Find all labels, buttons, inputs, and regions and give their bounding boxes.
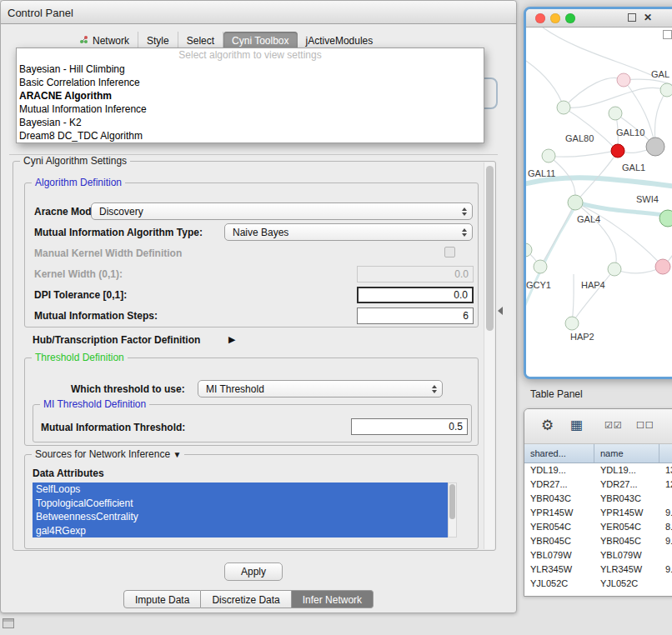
- algorithm-option-mutual-information-inference[interactable]: Mutual Information Inference: [17, 102, 484, 116]
- close-traffic-light[interactable]: [535, 13, 545, 23]
- network-node[interactable]: [660, 83, 672, 97]
- expand-arrow-icon[interactable]: ▶: [228, 334, 235, 345]
- network-node[interactable]: [659, 210, 672, 227]
- table-body: YDL19...YDL19...13YDR27...YDR27...12YBR0…: [524, 463, 672, 596]
- algorithm-option-basic-correlation-inference[interactable]: Basic Correlation Inference: [17, 76, 484, 89]
- gear-icon[interactable]: ⚙: [541, 417, 554, 434]
- network-node[interactable]: [609, 107, 622, 120]
- algorithm-option-dream8-dc-tdc-algorithm[interactable]: Dream8 DC_TDC Algorithm: [17, 129, 484, 142]
- table-row[interactable]: YPR145WYPR145W9.: [524, 506, 672, 520]
- table-row[interactable]: YJL052CYJL052C: [524, 577, 672, 591]
- table-row[interactable]: YBR043CYBR043C: [524, 492, 672, 506]
- table-cell: [659, 492, 672, 506]
- attribute-item-topologicalcoefficient[interactable]: TopologicalCoefficient: [33, 497, 448, 511]
- minimize-traffic-light[interactable]: [550, 13, 560, 23]
- float-window-icon[interactable]: [628, 13, 636, 22]
- network-node[interactable]: [534, 260, 547, 273]
- combo-arrows-icon: [462, 208, 467, 216]
- network-canvas[interactable]: GALGAL80GAL10GAL11GAL1SWI4GAL4GCY1HAP4HA…: [526, 28, 672, 377]
- table-row[interactable]: YDL19...YDL19...13: [524, 463, 672, 478]
- network-edge[interactable]: [575, 202, 616, 269]
- combo-arrows-icon: [432, 385, 437, 393]
- bottom-tab-impute-data[interactable]: Impute Data: [123, 590, 201, 608]
- node-label-hap4: HAP4: [581, 280, 605, 290]
- network-node[interactable]: [617, 73, 630, 87]
- network-edge[interactable]: [572, 274, 574, 323]
- table-row[interactable]: YBR045CYBR045C9.: [524, 534, 672, 548]
- mi-type-select[interactable]: Naive Bayes: [224, 223, 473, 241]
- node-label-gal: GAL: [651, 69, 669, 79]
- attribute-item-gal4rgexp[interactable]: gal4RGexp: [33, 524, 448, 538]
- apply-button[interactable]: Apply: [224, 562, 283, 581]
- sources-group-title[interactable]: Sources for Network Inference ▼: [32, 448, 184, 460]
- network-edge[interactable]: [549, 152, 611, 157]
- node-label-gal10: GAL10: [616, 128, 644, 138]
- mi-steps-label: Mutual Information Steps:: [34, 310, 158, 322]
- network-node[interactable]: [542, 149, 555, 162]
- mi-type-value: Naive Bayes: [233, 227, 288, 238]
- network-node[interactable]: [608, 262, 621, 276]
- mi-steps-input[interactable]: [357, 308, 474, 324]
- control-panel-titlebar[interactable]: Control Panel: [1, 1, 516, 24]
- settings-scrollbar[interactable]: [484, 162, 494, 549]
- network-edge[interactable]: [526, 178, 672, 189]
- algorithm-option-bayesian-k2[interactable]: Bayesian - K2: [17, 116, 484, 129]
- settings-scrollbar-thumb[interactable]: [486, 166, 494, 331]
- attributes-scrollbar-thumb[interactable]: [449, 484, 455, 519]
- network-window-titlebar[interactable]: ✕: [526, 9, 672, 28]
- algorithm-option-aracne-algorithm[interactable]: ARACNE Algorithm: [17, 89, 484, 102]
- dpi-tolerance-input[interactable]: [357, 287, 474, 303]
- hub-definition-label[interactable]: Hub/Transcription Factor Definition: [33, 334, 200, 346]
- network-node[interactable]: [655, 259, 670, 274]
- table-cell: YBR045C: [594, 534, 659, 548]
- table-cell: YLR345W: [594, 562, 659, 577]
- data-attributes-list[interactable]: SelfLoopsTopologicalCoefficientBetweenne…: [33, 482, 448, 538]
- table-cell: 8.: [659, 520, 672, 534]
- network-edge[interactable]: [574, 269, 614, 321]
- bottom-tab-discretize-data[interactable]: Discretize Data: [201, 590, 291, 608]
- collapse-arrow-icon[interactable]: ▼: [173, 450, 181, 459]
- deselect-all-icon[interactable]: ☐☐: [636, 420, 654, 431]
- network-edge[interactable]: [564, 78, 624, 108]
- panel-collapse-arrow-icon[interactable]: [498, 307, 503, 315]
- column-header-shared[interactable]: shared...: [524, 444, 594, 462]
- network-graph[interactable]: GALGAL80GAL10GAL11GAL1SWI4GAL4GCY1HAP4HA…: [526, 28, 672, 379]
- network-overview-box[interactable]: [663, 30, 672, 39]
- table-cell: YDR27...: [524, 478, 594, 492]
- table-header: shared...name: [524, 444, 672, 463]
- dpi-tolerance-label: DPI Tolerance [0,1]:: [34, 289, 127, 301]
- network-edge[interactable]: [526, 204, 577, 315]
- column-header-2[interactable]: [659, 444, 672, 462]
- network-node[interactable]: [565, 317, 579, 330]
- table-cell: YJL052C: [594, 577, 659, 591]
- table-panel-title: Table Panel: [530, 388, 583, 400]
- table-row[interactable]: YDR27...YDR27...12: [524, 478, 672, 492]
- network-node[interactable]: [646, 138, 664, 156]
- docked-panel-icon[interactable]: [3, 618, 14, 628]
- bottom-tab-infer-network[interactable]: Infer Network: [292, 590, 374, 608]
- which-threshold-label: Which threshold to use:: [71, 383, 185, 395]
- mi-threshold-input[interactable]: [351, 418, 468, 435]
- network-edge[interactable]: [526, 61, 564, 108]
- network-edge[interactable]: [564, 88, 667, 108]
- attribute-item-betweennesscentrality[interactable]: BetweennessCentrality: [33, 510, 448, 524]
- zoom-traffic-light[interactable]: [565, 13, 575, 23]
- table-row[interactable]: YBL079WYBL079W: [524, 548, 672, 562]
- node-label-gal11: GAL11: [528, 168, 555, 178]
- close-window-icon[interactable]: ✕: [644, 12, 652, 23]
- attributes-scrollbar[interactable]: [448, 482, 457, 538]
- columns-icon[interactable]: ▦: [570, 417, 583, 432]
- table-cell: YBR043C: [594, 492, 659, 506]
- table-row[interactable]: YER054CYER054C8.: [524, 520, 672, 534]
- network-node[interactable]: [611, 144, 624, 158]
- table-row[interactable]: YLR345WYLR345W9.: [524, 562, 672, 577]
- aracne-mode-select[interactable]: Discovery: [91, 202, 473, 220]
- network-node[interactable]: [557, 101, 570, 114]
- column-header-name[interactable]: name: [594, 444, 659, 462]
- algorithm-option-bayesian-hill-climbing[interactable]: Bayesian - Hill Climbing: [17, 62, 484, 76]
- attribute-item-selfloops[interactable]: SelfLoops: [33, 482, 448, 497]
- network-edge[interactable]: [543, 28, 653, 76]
- network-node[interactable]: [568, 195, 583, 210]
- which-threshold-select[interactable]: MI Threshold: [198, 380, 443, 398]
- select-all-icon[interactable]: ☑☑: [604, 420, 623, 431]
